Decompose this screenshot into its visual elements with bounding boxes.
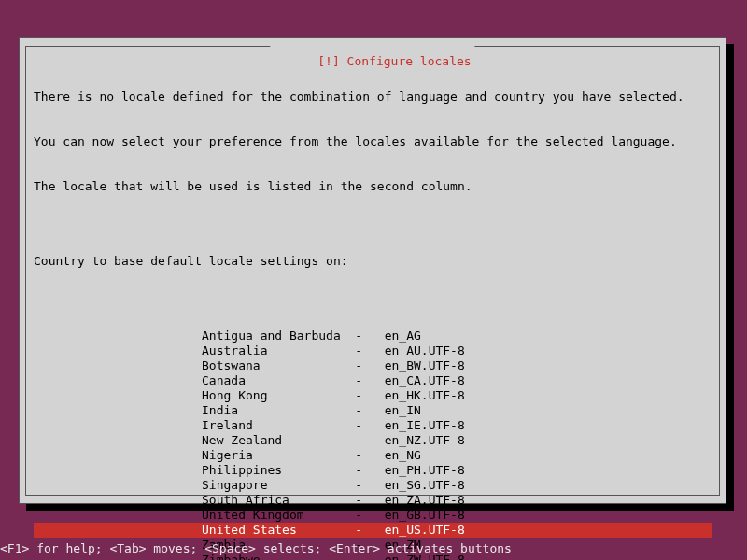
dialog-border: [!] Configure locales There is no locale… xyxy=(25,46,720,496)
locale-row[interactable]: Australia - en_AU.UTF-8 xyxy=(34,343,712,358)
locale-row[interactable]: Nigeria - en_NG xyxy=(34,448,712,463)
intro-line-2: You can now select your preference from … xyxy=(34,134,712,149)
locale-row[interactable]: Philippines - en_PH.UTF-8 xyxy=(34,463,712,478)
locale-row[interactable]: Botswana - en_BW.UTF-8 xyxy=(34,358,712,373)
locale-row[interactable]: New Zealand - en_NZ.UTF-8 xyxy=(34,433,712,448)
intro-line-3: The locale that will be used is listed i… xyxy=(34,179,712,194)
locale-row[interactable]: Canada - en_CA.UTF-8 xyxy=(34,373,712,388)
configure-locales-dialog: [!] Configure locales There is no locale… xyxy=(19,37,726,504)
intro-line-1: There is no locale defined for the combi… xyxy=(34,90,712,105)
locale-row[interactable]: United Kingdom - en_GB.UTF-8 xyxy=(34,508,712,523)
locale-list[interactable]: Antigua and Barbuda - en_AG Australia - … xyxy=(34,329,712,560)
intro-prompt: Country to base default locale settings … xyxy=(34,254,712,269)
locale-row[interactable]: South Africa - en_ZA.UTF-8 xyxy=(34,493,712,508)
locale-row[interactable]: Antigua and Barbuda - en_AG xyxy=(34,329,712,343)
locale-row[interactable]: Singapore - en_SG.UTF-8 xyxy=(34,478,712,493)
help-footer-text: <F1> for help; <Tab> moves; <Space> sele… xyxy=(0,541,512,555)
locale-row-selected[interactable]: United States - en_US.UTF-8 xyxy=(34,523,712,538)
locale-row[interactable]: Ireland - en_IE.UTF-8 xyxy=(34,418,712,433)
help-footer: <F1> for help; <Tab> moves; <Space> sele… xyxy=(0,541,512,556)
dialog-body: There is no locale defined for the combi… xyxy=(34,60,712,487)
locale-row[interactable]: India - en_IN xyxy=(34,403,712,418)
locale-row[interactable]: Hong Kong - en_HK.UTF-8 xyxy=(34,388,712,403)
